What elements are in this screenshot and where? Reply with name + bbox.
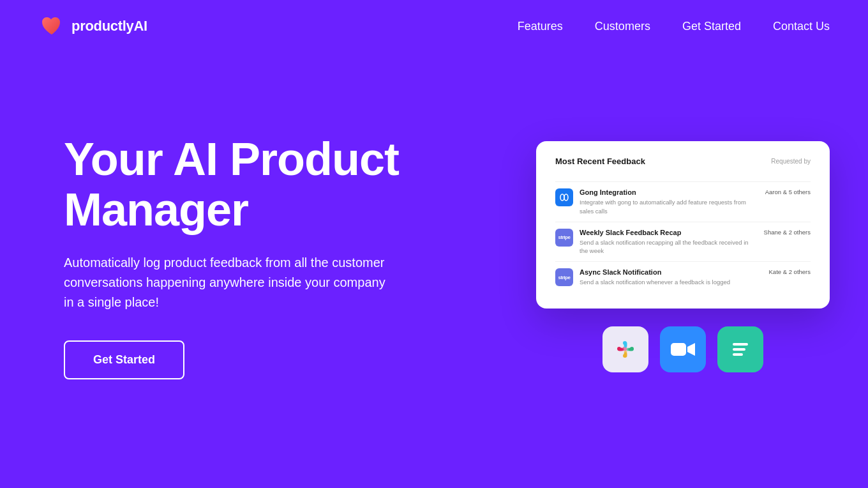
svg-rect-16	[733, 343, 748, 346]
svg-rect-18	[733, 353, 743, 356]
card-header: Most Recent Feedback Requested by	[555, 156, 811, 171]
hero-right: Most Recent Feedback Requested by Gong I…	[536, 141, 830, 372]
brand-name: productlyAI	[71, 18, 147, 34]
feedback-row-1-desc: Integrate with gong to automatically add…	[580, 198, 758, 215]
svg-rect-15	[671, 343, 686, 356]
feedback-row-2-title: Weekly Slack Feedback Recap	[580, 229, 756, 236]
nav-customers[interactable]: Customers	[595, 20, 650, 33]
integration-icons	[602, 326, 763, 372]
feedback-row-1-requester: Aaron & 5 others	[765, 188, 811, 195]
nav-contact-us[interactable]: Contact Us	[773, 20, 830, 33]
feedback-row-2-requester: Shane & 2 others	[764, 229, 811, 236]
intercom-svg	[728, 337, 753, 362]
stripe-icon-2: stripe	[555, 268, 573, 286]
feedback-row: stripe Weekly Slack Feedback Recap Send …	[555, 222, 811, 262]
feedback-row: stripe Async Slack Notification Send a s…	[555, 261, 811, 293]
feedback-row-3-requester: Kate & 2 others	[769, 268, 811, 275]
hero-title: Your AI Product Manager	[64, 134, 399, 235]
feedback-row-1-title: Gong Integration	[580, 188, 758, 196]
svg-rect-11	[624, 345, 627, 347]
slack-integration-icon	[602, 326, 648, 372]
nav-get-started[interactable]: Get Started	[682, 20, 741, 33]
stripe-icon-1: stripe	[555, 229, 573, 247]
main-nav: Features Customers Get Started Contact U…	[518, 20, 830, 33]
zoom-svg	[670, 340, 696, 358]
logo-heart-icon	[38, 13, 65, 40]
feedback-row: Gong Integration Integrate with gong to …	[555, 181, 811, 222]
nav-features[interactable]: Features	[518, 20, 563, 33]
svg-point-1	[564, 194, 568, 201]
logo-area[interactable]: productlyAI	[38, 13, 147, 40]
hero-section: Your AI Product Manager Automatically lo…	[0, 52, 868, 448]
meta-icon	[555, 188, 573, 206]
intercom-integration-icon	[717, 326, 763, 372]
zoom-integration-icon	[660, 326, 706, 372]
svg-rect-14	[624, 351, 627, 353]
requested-by-label: Requested by	[771, 158, 811, 165]
slack-svg	[613, 337, 638, 362]
card-title: Most Recent Feedback	[555, 156, 645, 166]
feedback-row-2-desc: Send a slack notification recapping all …	[580, 238, 756, 255]
feedback-row-3-desc: Send a slack notification whenever a fee…	[580, 278, 730, 286]
header: productlyAI Features Customers Get Start…	[0, 0, 868, 52]
feedback-card: Most Recent Feedback Requested by Gong I…	[536, 141, 830, 308]
svg-rect-12	[622, 347, 624, 351]
svg-rect-17	[733, 348, 745, 351]
feedback-row-3-title: Async Slack Notification	[580, 268, 730, 276]
svg-point-0	[560, 194, 564, 201]
hero-left: Your AI Product Manager Automatically lo…	[64, 134, 399, 379]
hero-subtitle: Automatically log product feedback from …	[64, 253, 396, 312]
svg-rect-13	[627, 347, 629, 351]
hero-cta-button[interactable]: Get Started	[64, 340, 184, 379]
